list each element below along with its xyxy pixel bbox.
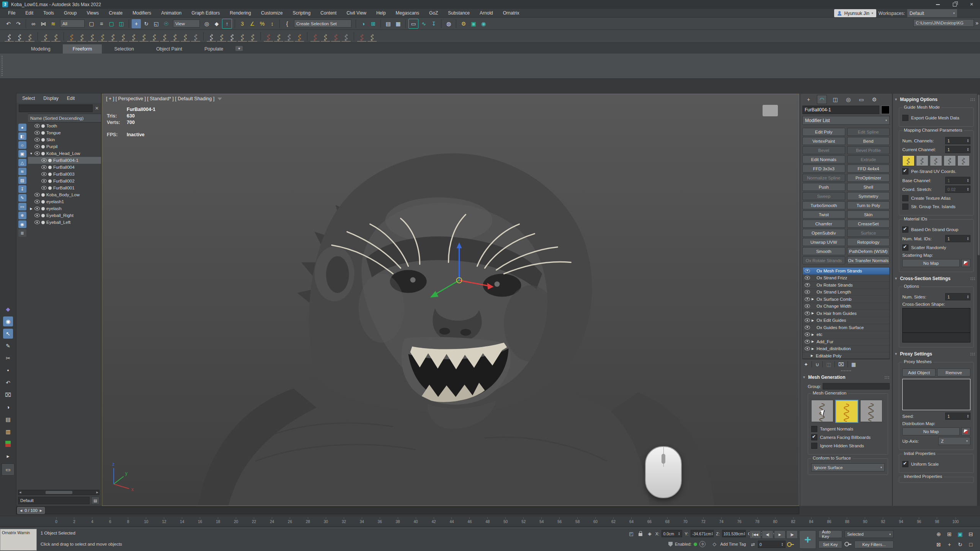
- close-button[interactable]: ✕: [963, 0, 980, 9]
- checkbox-ignore-hidden-strands[interactable]: Ignore Hidden Strands: [811, 443, 885, 449]
- frame-tick-44[interactable]: 44: [449, 517, 454, 524]
- user-account-button[interactable]: Hyunsuk Jin ▾: [834, 9, 876, 17]
- modifier-button-ffd-4x4x4[interactable]: FFD 4x4x4: [847, 165, 890, 173]
- pin-stack-icon[interactable]: ✦: [804, 362, 808, 367]
- uv-v-strand-icon[interactable]: ∿∿: [930, 155, 942, 166]
- visibility-eye-icon[interactable]: [34, 220, 40, 224]
- stack-item-ox-surface-comb[interactable]: ▶Ox Surface Comb: [803, 296, 889, 303]
- frame-tick-2[interactable]: 2: [72, 517, 77, 524]
- modify-tab[interactable]: ◠: [817, 95, 827, 104]
- frame-tick-68[interactable]: 68: [665, 517, 670, 524]
- billboard-mesh-button[interactable]: ∿∿∿: [835, 400, 858, 423]
- group-input[interactable]: [823, 383, 890, 390]
- select-and-rotate-icon[interactable]: ↻: [142, 19, 151, 28]
- list-item-koba-body-low[interactable]: Koba_Body_Low: [28, 191, 101, 198]
- scatter-randomly-checkbox[interactable]: Scatter Randomly: [902, 245, 970, 251]
- zoom-extents-all-icon[interactable]: ⊟: [966, 530, 975, 538]
- ox-diamond-icon[interactable]: ∿∿: [191, 31, 200, 42]
- reference-coordinate-dropdown[interactable]: View▾: [173, 20, 200, 28]
- frame-tick-62[interactable]: 62: [611, 517, 616, 524]
- align-icon[interactable]: ⊞: [369, 19, 378, 28]
- select-link-icon[interactable]: ∞: [29, 19, 38, 28]
- proxy-mesh-list[interactable]: [902, 379, 970, 410]
- menu-create[interactable]: Create: [104, 9, 127, 18]
- ox-feather-icon[interactable]: ∿∿: [98, 31, 107, 42]
- ox-shear-icon[interactable]: ∿∿: [248, 31, 257, 42]
- frame-tick-66[interactable]: 66: [647, 517, 652, 524]
- window-crossing-icon[interactable]: ◫: [117, 19, 126, 28]
- spinner-snap-icon[interactable]: ↕: [268, 19, 277, 28]
- filter-all-icon[interactable]: ●: [18, 124, 26, 131]
- ox-frizz-icon[interactable]: ∿∿: [77, 31, 87, 42]
- menu-customize[interactable]: Customize: [256, 9, 288, 18]
- frame-tick-88[interactable]: 88: [844, 517, 850, 524]
- visibility-eye-icon[interactable]: [34, 200, 40, 204]
- previous-key-icon[interactable]: ◀: [20, 509, 22, 512]
- conform-surface-dropdown[interactable]: Ignore Surface▾: [811, 463, 885, 471]
- ox-ball-strands-icon[interactable]: ∿∿: [160, 31, 169, 42]
- ribbon-more-button[interactable]: ▾: [235, 46, 243, 51]
- select-and-scale-icon[interactable]: ◱: [152, 19, 161, 28]
- redo-icon[interactable]: ↷: [14, 19, 23, 28]
- scroll-right-icon[interactable]: ▶: [96, 491, 98, 494]
- modifier-button-creaseset[interactable]: CreaseSet: [847, 220, 890, 228]
- viewcube-placeholder[interactable]: [763, 105, 778, 116]
- frame-tick-32[interactable]: 32: [341, 517, 346, 524]
- list-item-furball002[interactable]: FurBall002: [28, 178, 101, 184]
- create-texture-atlas-checkbox[interactable]: Create Texture Atlas: [902, 195, 970, 201]
- tab-modeling[interactable]: Modeling: [21, 44, 60, 54]
- expand-closed-icon[interactable]: ▶: [812, 319, 815, 322]
- export-guide-mesh-checkbox[interactable]: Export Guide Mesh Data: [902, 115, 970, 121]
- modifier-button-symmetry[interactable]: Symmetry: [847, 192, 890, 200]
- rollout-header[interactable]: ▼Mapping Options: [894, 95, 975, 104]
- list-item-eyeball-right[interactable]: Eyeball_Right: [28, 212, 101, 219]
- menu-modifiers[interactable]: Modifiers: [127, 9, 156, 18]
- ox-folder-icon[interactable]: ∿∿: [238, 31, 247, 42]
- modifier-list-dropdown[interactable]: Modifier List▾: [802, 116, 890, 125]
- list-item-koba-head-low[interactable]: ▼Koba_Head_Low: [28, 150, 101, 157]
- stack-item-ox-strand-length[interactable]: Ox Strand Length: [803, 289, 889, 296]
- expand-closed-icon[interactable]: ▶: [812, 340, 815, 343]
- toggle-scene-explorer-icon[interactable]: ▤: [384, 19, 393, 28]
- frame-tick-12[interactable]: 12: [162, 517, 167, 524]
- menu-arnold[interactable]: Arnold: [475, 9, 498, 18]
- modifier-button-twist[interactable]: Twist: [802, 210, 845, 218]
- expand-closed-icon[interactable]: ▶: [812, 333, 815, 336]
- security-count-badge[interactable]: 0: [699, 541, 706, 547]
- tab-freeform[interactable]: Freeform: [63, 44, 102, 54]
- uv-flow-icon[interactable]: ∿∿: [957, 155, 970, 166]
- ox-strands-icon[interactable]: ∿∿: [119, 31, 128, 42]
- filter-hidden-icon[interactable]: ◉: [18, 220, 26, 228]
- list-item-furball004-1[interactable]: FurBall004-1: [28, 157, 101, 164]
- tab-selection[interactable]: Selection: [104, 44, 144, 54]
- frame-tick-46[interactable]: 46: [467, 517, 472, 524]
- visibility-eye-icon[interactable]: [805, 290, 810, 294]
- frame-tick-8[interactable]: 8: [126, 517, 131, 524]
- key-selection-dropdown[interactable]: Selected▾: [844, 530, 893, 538]
- select-guides-icon[interactable]: ↖: [3, 329, 13, 339]
- menu-ornatrix[interactable]: Ornatrix: [498, 9, 524, 18]
- render-production-icon[interactable]: ◉: [479, 19, 488, 28]
- expand-closed-icon[interactable]: ▶: [811, 354, 814, 357]
- render-setup-icon[interactable]: ⚙: [459, 19, 468, 28]
- frame-tick-30[interactable]: 30: [323, 517, 328, 524]
- visibility-eye-icon[interactable]: [34, 138, 40, 142]
- ox-wind-icon[interactable]: ∿∿: [150, 31, 159, 42]
- frame-tick-80[interactable]: 80: [773, 517, 778, 524]
- toggle-ribbon-icon[interactable]: ▭: [408, 19, 418, 29]
- viewport-label[interactable]: [ + ] [ Perspective ] [ Standard* ] [ De…: [106, 96, 222, 101]
- go-to-start-button[interactable]: |◀◀: [750, 530, 761, 539]
- bind-to-spacewarp-icon[interactable]: ≋: [49, 19, 58, 28]
- modifier-button-turbosmooth[interactable]: TurboSmooth: [802, 201, 845, 209]
- frame-tick-26[interactable]: 26: [287, 517, 292, 524]
- visibility-eye-icon[interactable]: [41, 158, 47, 162]
- based-on-strand-group-checkbox[interactable]: Based On Strand Group: [902, 227, 970, 233]
- current-frame-field[interactable]: 0▲▼: [758, 541, 786, 548]
- ox-render-strands-icon[interactable]: ∿∿: [67, 31, 76, 42]
- ox-push-down-icon[interactable]: ∿∿: [139, 31, 149, 42]
- ox-balloon-icon[interactable]: ∿∿: [227, 31, 237, 42]
- named-selection-sets-dropdown[interactable]: Create Selection Set▾: [294, 20, 351, 28]
- frame-tick-28[interactable]: 28: [305, 517, 310, 524]
- menu-edit[interactable]: Edit: [20, 9, 38, 18]
- explorer-horizontal-scrollbar[interactable]: ◀ ▶: [18, 490, 100, 495]
